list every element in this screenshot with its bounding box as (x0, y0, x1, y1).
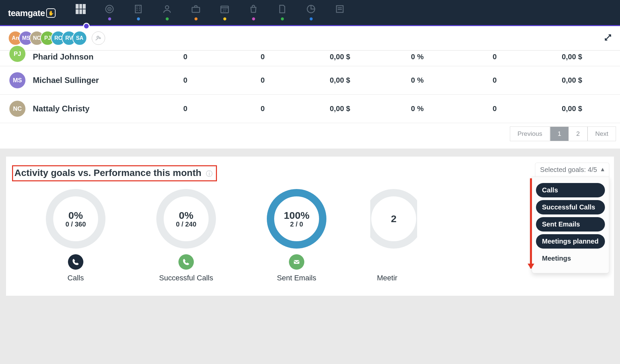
nav-dot (166, 17, 169, 20)
row-name: Pharid Johnson (33, 52, 147, 62)
performance-table: PJ Pharid Johnson 0 0 0,00 $ 0 % 0 0,00 … (0, 51, 620, 149)
calendar-icon: 27 (220, 4, 230, 14)
row-name: Michael Sullinger (33, 76, 147, 85)
goal-ring: 0% 0 / 360 (46, 189, 106, 249)
row-cell: 0 % (379, 76, 456, 85)
goal-item-partial: 2 Meetir (370, 189, 417, 282)
svg-rect-7 (139, 8, 140, 9)
row-cell: 0 (224, 53, 301, 61)
goal-ring: 0% 0 / 240 (156, 189, 216, 249)
brand-logo[interactable]: teamgate ✋ (8, 8, 56, 18)
goal-label: Calls (68, 274, 84, 282)
row-cell: 0,00 $ (533, 53, 611, 61)
svg-rect-5 (139, 7, 140, 8)
goals-title: Activity goals vs. Performance this mont… (12, 165, 217, 181)
user-avatar[interactable]: SA (72, 31, 87, 46)
row-cell: 0,00 $ (301, 76, 379, 85)
row-cell: 0 (456, 53, 533, 61)
row-cell: 0 (147, 53, 224, 61)
row-cell: 0,00 $ (301, 104, 379, 113)
nav-products[interactable] (248, 4, 258, 20)
row-cell: 0 (224, 104, 301, 113)
row-cell: 0,00 $ (533, 104, 611, 113)
row-avatar: PJ (9, 46, 25, 62)
person-plus-icon (95, 35, 101, 41)
goal-selector-popover: CallsSuccessful CallsSent EmailsMeetings… (532, 177, 609, 273)
goal-item: 0% 0 / 360 Calls (39, 189, 112, 282)
nav-dot (252, 17, 255, 20)
row-cell: 0 (456, 104, 533, 113)
goal-label: Sent Emails (277, 274, 316, 282)
building-icon (133, 4, 143, 14)
row-cell: 0 (147, 104, 224, 113)
table-row[interactable]: MS Michael Sullinger 0 0 0,00 $ 0 % 0 0,… (0, 66, 620, 95)
goal-selector-label: Selected goals: 4/5 (540, 166, 597, 173)
svg-rect-4 (137, 7, 138, 8)
user-filter-avatars[interactable]: AnMSNCPJRCRVSA (8, 31, 87, 46)
file-icon (277, 4, 287, 14)
nav-dot (195, 17, 198, 20)
grid-icon (76, 4, 86, 14)
goal-pct: 100% (284, 210, 310, 221)
goals-title-text: Activity goals vs. Performance this mont… (14, 168, 202, 178)
row-avatar: MS (9, 72, 25, 88)
nav-files[interactable] (277, 4, 287, 20)
phone-icon (178, 254, 194, 270)
svg-point-2 (109, 8, 110, 10)
row-cell: 0 (456, 76, 533, 85)
goal-pct: 2 (391, 213, 397, 224)
pagination-next[interactable]: Next (588, 126, 616, 141)
goal-option-chip[interactable]: Meetings planned (536, 234, 605, 249)
svg-text:27: 27 (223, 9, 227, 12)
nav-icon-row: 27 (76, 0, 345, 26)
row-cell: 0 % (379, 53, 456, 61)
row-cell: 0 (147, 76, 224, 85)
nav-people[interactable] (162, 4, 172, 20)
nav-reports[interactable] (335, 4, 345, 14)
goal-option-chip[interactable]: Calls (536, 183, 605, 197)
table-row[interactable]: NC Nattaly Christy 0 0 0,00 $ 0 % 0 0,00… (0, 95, 620, 123)
goals-card: Activity goals vs. Performance this mont… (6, 157, 614, 296)
table-row[interactable]: PJ Pharid Johnson 0 0 0,00 $ 0 % 0 0,00 … (0, 51, 620, 66)
nav-dot (310, 17, 313, 20)
annotation-arrow (530, 178, 532, 268)
nav-analytics[interactable] (306, 4, 316, 20)
target-icon (104, 4, 114, 14)
nav-dot (108, 17, 111, 20)
nav-companies[interactable] (133, 4, 143, 20)
svg-rect-11 (192, 7, 200, 12)
svg-rect-28 (294, 260, 300, 264)
pie-icon (306, 4, 316, 14)
pagination-page[interactable]: 1 (550, 126, 569, 141)
goal-option-chip[interactable]: Meetings (536, 251, 605, 266)
phone-icon (68, 254, 83, 270)
svg-rect-8 (137, 10, 138, 11)
add-user-filter-button[interactable] (92, 31, 105, 45)
nav-deals[interactable] (191, 4, 201, 20)
goal-sub: 0 / 240 (176, 220, 196, 228)
briefcase-icon (191, 4, 201, 14)
goal-ring: 2 (370, 189, 417, 249)
goals-row: 0% 0 / 360 Calls 0% 0 / 240 Successful C… (12, 189, 608, 282)
goal-label: Successful Calls (159, 274, 213, 282)
pagination-previous[interactable]: Previous (510, 126, 550, 141)
top-navbar: teamgate ✋ 27 (0, 0, 620, 26)
nav-target[interactable] (104, 4, 114, 20)
nav-dot (137, 17, 140, 20)
expand-button[interactable] (604, 33, 612, 43)
report-icon (335, 4, 345, 14)
row-avatar: NC (9, 101, 25, 117)
nav-calendar[interactable]: 27 (220, 4, 230, 20)
nav-active-indicator (83, 23, 90, 29)
goal-option-chip[interactable]: Successful Calls (536, 200, 605, 214)
info-icon[interactable]: ⓘ (206, 170, 213, 177)
nav-dot (281, 17, 284, 20)
goal-option-chip[interactable]: Sent Emails (536, 217, 605, 232)
goal-pct: 0% (68, 210, 83, 221)
row-cell: 0 (224, 76, 301, 85)
svg-point-10 (165, 6, 169, 9)
pagination-page[interactable]: 2 (569, 126, 588, 141)
goal-selector-toggle[interactable]: Selected goals: 4/5 ▴ (535, 163, 609, 177)
svg-rect-6 (137, 8, 138, 9)
nav-dashboard[interactable] (76, 4, 86, 14)
